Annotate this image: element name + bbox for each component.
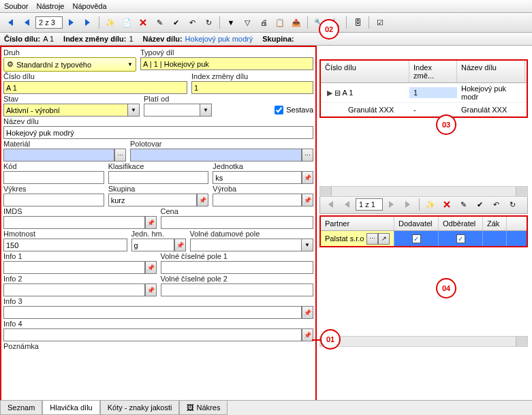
imds-input[interactable] [3, 216, 145, 229]
p-col-zak[interactable]: Zák [483, 217, 507, 230]
p-save-icon[interactable]: ✔ [472, 197, 487, 212]
imds-pin-icon[interactable]: 📌 [145, 216, 157, 229]
p-new-icon[interactable]: ✨ [423, 197, 438, 212]
tree-col-nazev[interactable]: Název dílu [457, 61, 525, 82]
skupina-input[interactable] [108, 194, 198, 206]
vyroba-input[interactable] [213, 194, 302, 206]
skupina-pin-icon[interactable]: 📌 [197, 194, 208, 206]
vyroba-pin-icon[interactable]: 📌 [302, 194, 313, 206]
info1-pin-icon[interactable]: 📌 [145, 261, 157, 274]
tab-hlavicka[interactable]: Hlavička dílu [42, 401, 99, 415]
tree-col-cislo[interactable]: Číslo dílu [321, 61, 409, 82]
filter-off-icon[interactable]: ▽ [240, 15, 255, 30]
check-icon[interactable]: ☑ [373, 15, 388, 30]
p-del-icon[interactable] [439, 197, 454, 212]
info2-input[interactable] [3, 283, 145, 296]
p-edit-icon[interactable]: ✎ [456, 197, 471, 212]
kod-input[interactable] [3, 171, 104, 184]
dodavatel-checkbox[interactable]: ✓ [412, 234, 421, 243]
new-icon[interactable]: ✨ [103, 15, 118, 30]
partner-scrollbar[interactable] [319, 336, 528, 347]
cislo-input[interactable] [3, 81, 187, 94]
plati-label: Platí od [144, 95, 212, 104]
tree-cell: 1 [409, 87, 457, 98]
info4-input[interactable] [3, 328, 302, 341]
new2-icon[interactable]: 📄 [119, 15, 134, 30]
p-col-odberatel[interactable]: Odběratel [439, 217, 483, 230]
tree-expand-icon[interactable]: ⊟ [334, 89, 341, 97]
save-icon[interactable]: ✔ [168, 15, 183, 30]
p-undo-icon[interactable]: ↶ [488, 197, 503, 212]
tab-koty[interactable]: Kóty - znaky jakosti [100, 401, 180, 415]
undo-icon[interactable]: ↶ [185, 15, 200, 30]
plati-dropdown-icon[interactable]: ▼ [200, 104, 212, 117]
jednotka-label: Jednotka [213, 162, 313, 171]
druh-dropdown[interactable]: ⚙ Standardní z typového ▼ [3, 57, 136, 72]
tree-col-index[interactable]: Index změ... [409, 61, 457, 82]
nav-first-icon[interactable] [3, 15, 18, 30]
polotovar-lookup-icon[interactable]: ⋯ [302, 149, 313, 162]
jednotka-pin-icon[interactable]: 📌 [302, 171, 313, 184]
filter-icon[interactable]: ▼ [223, 15, 238, 30]
material-input[interactable] [3, 149, 114, 162]
partner-lookup-icon[interactable]: ⋯ [366, 233, 378, 245]
volnec2-input[interactable] [161, 283, 314, 296]
tree-row[interactable]: ▶⊟ A 1 1 Hokejový puk modr [321, 83, 527, 103]
page-input[interactable] [35, 16, 63, 29]
p-prev-icon[interactable] [339, 197, 354, 212]
typovy-input[interactable] [140, 57, 313, 70]
klas-input[interactable] [108, 171, 209, 184]
tab-seznam[interactable]: Seznam [0, 401, 42, 415]
info1-input[interactable] [3, 261, 145, 274]
menu-tools[interactable]: Nástroje [36, 2, 64, 10]
nav-next-icon[interactable] [64, 15, 79, 30]
edit-icon[interactable]: ✎ [152, 15, 167, 30]
plati-input[interactable] [144, 104, 200, 117]
callout-03: 03 [436, 114, 456, 135]
p-col-partner[interactable]: Partner [321, 217, 394, 230]
tree-scrollbar[interactable] [319, 186, 528, 197]
stav-input[interactable] [3, 104, 128, 117]
stav-dropdown-icon[interactable]: ▼ [128, 104, 140, 117]
print-icon[interactable]: 🖨 [256, 15, 271, 30]
sestava-checkbox[interactable] [275, 106, 283, 114]
copy-icon[interactable]: 📋 [272, 15, 287, 30]
jednhm-input[interactable] [131, 239, 174, 251]
delete-icon[interactable] [136, 15, 151, 30]
db-icon[interactable]: 🗄 [350, 15, 365, 30]
p-col-dodavatel[interactable]: Dodavatel [394, 217, 439, 230]
hmotnost-input[interactable] [3, 239, 127, 251]
p-first-icon[interactable] [323, 197, 338, 212]
nav-prev-icon[interactable] [19, 15, 34, 30]
info3-input[interactable] [3, 306, 302, 319]
refresh-icon[interactable]: ↻ [201, 15, 216, 30]
info2-pin-icon[interactable]: 📌 [145, 283, 157, 296]
p-page-input[interactable] [356, 198, 383, 211]
tab-nakres[interactable]: 🖼 Nákres [179, 401, 228, 415]
nazev-input[interactable] [3, 126, 313, 139]
status-index-lbl: Index změny dílu: [63, 35, 126, 43]
odberatel-checkbox[interactable]: ✓ [456, 234, 465, 243]
tree-row[interactable]: Granulát XXX - Granulát XXX [321, 103, 527, 117]
p-refresh-icon[interactable]: ↻ [505, 197, 520, 212]
partner-row[interactable]: Palstat s.r.o⋯↗ ✓ ✓ [321, 231, 527, 246]
volnec1-input[interactable] [161, 261, 314, 274]
info3-pin-icon[interactable]: 📌 [302, 306, 313, 319]
nav-last-icon[interactable] [80, 15, 95, 30]
polotovar-input[interactable] [130, 149, 302, 162]
material-lookup-icon[interactable]: ⋯ [114, 149, 126, 162]
volned-dropdown-icon[interactable]: ▼ [302, 239, 313, 251]
menu-help[interactable]: Nápověda [72, 2, 106, 10]
volned-input[interactable] [190, 239, 302, 251]
p-next-icon[interactable] [384, 197, 399, 212]
jednotka-input[interactable] [213, 171, 302, 184]
menu-file[interactable]: Soubor [4, 2, 28, 10]
bottom-tabs: Seznam Hlavička dílu Kóty - znaky jakost… [0, 400, 532, 415]
export-icon[interactable]: 📤 [289, 15, 304, 30]
partner-open-icon[interactable]: ↗ [378, 233, 390, 245]
index-input[interactable] [191, 81, 313, 94]
cena-input[interactable] [161, 216, 314, 229]
p-last-icon[interactable] [401, 197, 416, 212]
vykres-input[interactable] [3, 194, 104, 206]
jednhm-pin-icon[interactable]: 📌 [174, 239, 186, 251]
